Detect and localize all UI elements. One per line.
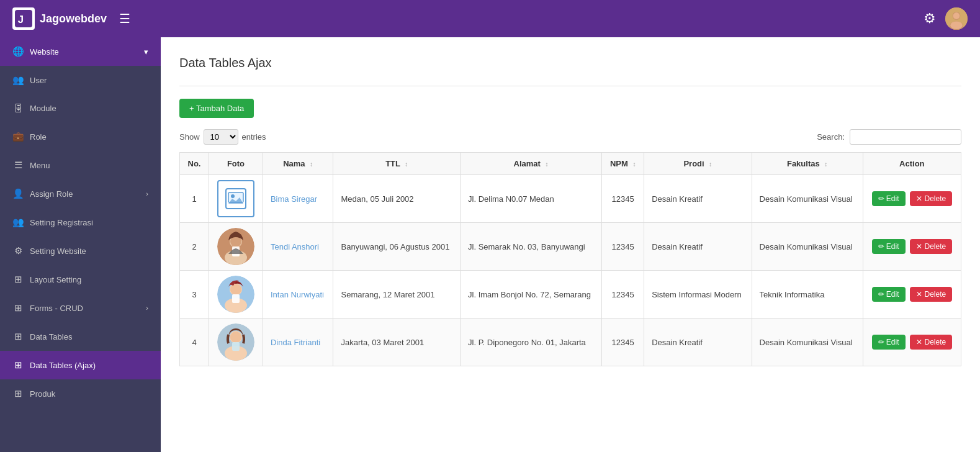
edit-button[interactable]: ✏ Edit <box>872 239 906 254</box>
delete-button[interactable]: ✕ Delete <box>910 335 952 350</box>
cell-no: 3 <box>180 271 209 319</box>
sidebar-label-user: User <box>30 76 47 85</box>
svg-point-18 <box>230 284 241 295</box>
col-ttl[interactable]: TTL ↕ <box>333 153 461 175</box>
nama-link[interactable]: Tendi Anshori <box>271 242 319 251</box>
sidebar-item-data-tables[interactable]: ⊞ Data Tables <box>0 322 161 351</box>
user-icon: 👥 <box>12 75 24 86</box>
cell-no: 2 <box>180 223 209 271</box>
cell-foto <box>209 175 263 223</box>
cell-nama: Bima Siregar <box>263 175 333 223</box>
cell-no: 4 <box>180 319 209 366</box>
svg-rect-24 <box>232 342 240 351</box>
svg-point-6 <box>950 22 963 30</box>
sidebar-label-data-tables-ajax: Data Tables (Ajax) <box>30 361 96 370</box>
topbar-left: J Jagowebdev ☰ <box>12 7 130 30</box>
col-npm[interactable]: NPM ↕ <box>602 153 644 175</box>
edit-button[interactable]: ✏ Edit <box>872 287 906 302</box>
delete-button[interactable]: ✕ Delete <box>910 287 952 302</box>
avatar[interactable] <box>945 7 968 30</box>
cell-nama: Dinda Fitrianti <box>263 319 333 366</box>
hamburger-icon[interactable]: ☰ <box>119 11 130 26</box>
entries-select[interactable]: 10 25 50 100 <box>204 129 238 145</box>
forms-icon: ⊞ <box>12 302 24 314</box>
sidebar-item-assign-role[interactable]: 👤 Assign Role › <box>0 179 161 208</box>
sidebar-item-module[interactable]: 🗄 Module <box>0 94 161 122</box>
foto-avatar-brown <box>217 228 254 265</box>
delete-button[interactable]: ✕ Delete <box>910 191 952 206</box>
show-entries: Show 10 25 50 100 entries <box>179 129 266 145</box>
col-alamat[interactable]: Alamat ↕ <box>461 153 602 175</box>
sidebar-item-setting-website[interactable]: ⚙ Setting Website <box>0 237 161 265</box>
edit-button[interactable]: ✏ Edit <box>872 191 906 206</box>
cell-prodi: Desain Kreatif <box>644 319 752 366</box>
cell-no: 1 <box>180 175 209 223</box>
sidebar-item-role[interactable]: 💼 Role <box>0 122 161 151</box>
cell-action: ✏ Edit ✕ Delete <box>863 175 961 223</box>
edit-button[interactable]: ✏ Edit <box>872 335 906 350</box>
cell-ttl: Semarang, 12 Maret 2001 <box>333 271 461 319</box>
setting-web-icon: ⚙ <box>12 245 24 256</box>
col-fakultas[interactable]: Fakultas ↕ <box>752 153 863 175</box>
globe-icon: 🌐 <box>12 46 24 57</box>
cell-alamat: Jl. Semarak No. 03, Banyuwangi <box>461 223 602 271</box>
foto-placeholder <box>217 180 254 217</box>
svg-text:J: J <box>18 14 24 25</box>
cell-ttl: Jakarta, 03 Maret 2001 <box>333 319 461 366</box>
nama-link[interactable]: Intan Nurwiyati <box>271 290 324 299</box>
data-tables-ajax-icon: ⊞ <box>12 359 24 371</box>
sidebar-item-forms-crud[interactable]: ⊞ Forms - CRUD › <box>0 294 161 322</box>
svg-rect-19 <box>232 294 240 303</box>
svg-point-5 <box>953 12 960 19</box>
svg-point-9 <box>231 194 235 198</box>
sidebar-website-header[interactable]: 🌐 Website ▾ <box>0 37 161 66</box>
add-button[interactable]: + Tambah Data <box>179 99 254 118</box>
chevron-down-icon: ▾ <box>144 47 148 56</box>
sidebar-item-layout-setting[interactable]: ⊞ Layout Setting <box>0 265 161 294</box>
col-prodi[interactable]: Prodi ↕ <box>644 153 752 175</box>
layout: 🌐 Website ▾ 👥 User 🗄 Module 💼 Role ☰ Men… <box>0 37 980 452</box>
gear-icon[interactable]: ⚙ <box>924 11 936 27</box>
sidebar-item-produk[interactable]: ⊞ Produk <box>0 379 161 408</box>
foto-avatar-girl <box>217 323 254 361</box>
cell-npm: 12345 <box>602 271 644 319</box>
chevron-right-icon2: › <box>146 304 148 312</box>
produk-icon: ⊞ <box>12 388 24 399</box>
data-table: No. Foto Nama ↕ TTL ↕ Alamat ↕ NPM ↕ Pro… <box>179 152 961 366</box>
col-action: Action <box>863 153 961 175</box>
nama-link[interactable]: Dinda Fitrianti <box>271 338 320 347</box>
cell-fakultas: Teknik Informatika <box>752 271 863 319</box>
sidebar-label-menu: Menu <box>30 161 50 170</box>
cell-npm: 12345 <box>602 319 644 366</box>
cell-foto <box>209 223 263 271</box>
divider <box>179 86 961 86</box>
table-row: 3 Intan Nurwiyati Semarang, 12 Maret 200… <box>180 271 961 319</box>
cell-prodi: Desain Kreatif <box>644 223 752 271</box>
table-row: 4 Dinda Fitrianti Jakarta, 03 Maret 2001… <box>180 319 961 366</box>
cell-npm: 12345 <box>602 223 644 271</box>
topbar: J Jagowebdev ☰ ⚙ <box>0 0 980 37</box>
logo-icon: J <box>12 7 35 30</box>
cell-alamat: Jl. Delima N0.07 Medan <box>461 175 602 223</box>
sidebar-label-data-tables: Data Tables <box>30 332 72 341</box>
sidebar-website-label: Website <box>30 47 59 56</box>
sidebar-item-data-tables-ajax[interactable]: ⊞ Data Tables (Ajax) <box>0 351 161 379</box>
layout-icon: ⊞ <box>12 274 24 285</box>
delete-button[interactable]: ✕ Delete <box>910 239 952 254</box>
col-no: No. <box>180 153 209 175</box>
sidebar-label-role: Role <box>30 132 47 142</box>
sidebar-item-setting-registrasi[interactable]: 👥 Setting Registrasi <box>0 208 161 237</box>
search-label: Search: <box>817 132 845 142</box>
table-controls: Show 10 25 50 100 entries Search: <box>179 129 961 145</box>
col-nama[interactable]: Nama ↕ <box>263 153 333 175</box>
table-row: 2 Tendi Anshori Banyuwangi, 06 Agustus 2… <box>180 223 961 271</box>
cell-fakultas: Desain Komunikasi Visual <box>752 175 863 223</box>
logo: J Jagowebdev <box>12 7 107 30</box>
search-input[interactable] <box>850 129 961 145</box>
nama-link[interactable]: Bima Siregar <box>271 194 317 204</box>
sidebar-item-user[interactable]: 👥 User <box>0 66 161 94</box>
sidebar-label-setting-website: Setting Website <box>30 246 86 256</box>
cell-prodi: Sistem Informasi Modern <box>644 271 752 319</box>
sidebar: 🌐 Website ▾ 👥 User 🗄 Module 💼 Role ☰ Men… <box>0 37 161 452</box>
sidebar-item-menu[interactable]: ☰ Menu <box>0 151 161 179</box>
